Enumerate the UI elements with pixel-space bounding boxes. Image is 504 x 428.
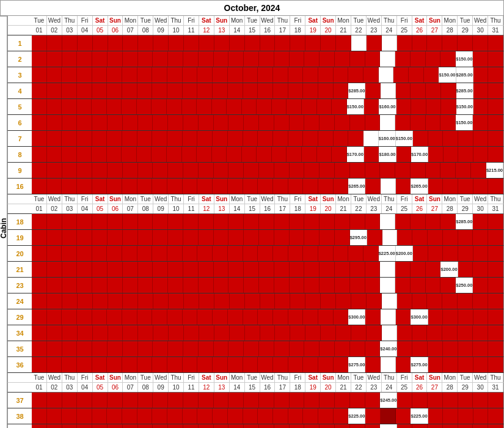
calendar-cell — [92, 341, 108, 356]
calendar-cell — [153, 293, 169, 309]
calendar-cell — [77, 163, 92, 178]
calendar-cell[interactable]: $225.00 — [411, 408, 428, 424]
calendar-cell — [228, 163, 244, 178]
calendar-cell[interactable]: $150.00 — [456, 51, 473, 67]
calendar-cell[interactable]: $150.00 — [456, 99, 473, 114]
calendar-cell[interactable] — [379, 67, 394, 83]
calendar-cell[interactable]: $265.00 — [411, 179, 428, 194]
calendar-cell — [440, 51, 456, 67]
calendar-cell — [456, 163, 471, 178]
calendar-cell — [78, 293, 93, 309]
calendar-cell — [290, 262, 305, 277]
day-number-cell: 27 — [427, 26, 442, 35]
day-name-cell: Fri — [78, 373, 93, 382]
calendar-cell — [335, 115, 350, 130]
calendar-cell — [335, 214, 350, 229]
calendar-cell — [304, 163, 320, 178]
calendar-cell[interactable]: $275.00 — [348, 357, 365, 372]
calendar-cell[interactable]: $225.00 — [348, 408, 365, 424]
calendar-cell[interactable]: $300.00 — [411, 309, 428, 325]
calendar-cell — [123, 51, 138, 67]
cabin-number-label: 19 — [7, 230, 32, 246]
calendar-cell — [304, 262, 320, 277]
calendar-cell[interactable]: $180.00 — [379, 147, 396, 162]
calendar-cell — [169, 293, 184, 309]
calendar-cell[interactable]: $240.00 — [380, 341, 397, 356]
day-name-cell: Mon — [230, 194, 245, 204]
calendar-cell[interactable]: $160.00 — [379, 131, 396, 146]
calendar-cell — [290, 35, 305, 51]
calendar-cell[interactable]: $250.00 — [456, 278, 473, 293]
calendar-cell[interactable]: $200.00 — [396, 246, 413, 261]
calendar-cell[interactable]: $200.00 — [440, 262, 458, 277]
calendar-cell[interactable] — [380, 115, 395, 130]
calendar-cell — [47, 35, 62, 51]
calendar-cell[interactable]: $170.00 — [411, 147, 428, 162]
day-name-cell: Wed — [367, 16, 382, 25]
calendar-cell — [153, 325, 169, 341]
calendar-cell[interactable] — [382, 293, 397, 309]
calendar-cell[interactable]: $300.00 — [348, 309, 365, 325]
calendar-cell[interactable] — [381, 83, 396, 98]
calendar-cell — [260, 325, 276, 341]
calendar-cell[interactable] — [381, 309, 396, 325]
calendar-cell[interactable]: $285.00 — [348, 83, 365, 98]
calendar-cell[interactable] — [380, 51, 395, 67]
calendar-cell — [93, 325, 108, 341]
calendar-cell — [230, 325, 245, 341]
calendar-cell[interactable] — [382, 35, 397, 51]
calendar-cell — [183, 424, 199, 428]
calendar-cell[interactable] — [380, 214, 395, 229]
calendar-cell[interactable]: $285.00 — [456, 67, 473, 83]
calendar-cell[interactable]: $245.00 — [380, 393, 397, 408]
calendar-cell[interactable]: $215.00 — [486, 163, 503, 178]
calendar-cell — [108, 163, 123, 178]
calendar-cell[interactable] — [381, 179, 396, 194]
calendar-cell[interactable]: $150.00 — [456, 115, 473, 130]
calendar-cell[interactable]: $310.00 — [380, 424, 397, 428]
calendar-cell[interactable] — [351, 35, 367, 51]
calendar-cell[interactable] — [363, 131, 379, 146]
calendar-cell — [92, 309, 108, 325]
calendar-cell[interactable]: $160.00 — [379, 99, 396, 114]
calendar-cell — [108, 262, 123, 277]
day-name-cell: Wed — [473, 16, 488, 25]
calendar-cell — [245, 325, 260, 341]
calendar-cell — [273, 83, 288, 98]
day-name-cell: Fri — [78, 194, 93, 204]
calendar-cell — [365, 51, 381, 67]
calendar-cell — [108, 51, 123, 67]
calendar-cell[interactable] — [382, 230, 398, 245]
calendar-cell — [214, 424, 229, 428]
calendar-cell[interactable] — [380, 262, 395, 277]
calendar-cell — [318, 179, 334, 194]
calendar-cell[interactable]: $150.00 — [347, 99, 364, 114]
day-number-cell: 18 — [290, 204, 305, 213]
calendar-cell — [272, 99, 287, 114]
calendar-cell[interactable] — [381, 357, 396, 372]
calendar-cell[interactable]: $265.00 — [348, 179, 365, 194]
calendar-cell — [92, 51, 108, 67]
cabin-number-label: 5 — [7, 99, 32, 115]
day-name-cell: Tue — [138, 194, 153, 204]
calendar-cell[interactable]: $285.00 — [456, 83, 473, 98]
calendar-cell[interactable]: $170.00 — [347, 147, 364, 162]
calendar-cell[interactable]: $150.00 — [396, 131, 413, 146]
calendar-cell — [168, 230, 183, 245]
calendar-cell[interactable]: $150.00 — [439, 67, 456, 83]
cabin-axis-label: Cabin — [0, 16, 7, 428]
calendar-cell — [138, 262, 153, 277]
calendar-cell — [123, 163, 138, 178]
calendar-cell[interactable]: $295.00 — [350, 230, 367, 245]
day-name-cell: Thu — [62, 194, 78, 204]
calendar-cell[interactable]: $285.00 — [456, 214, 473, 229]
calendar-cell — [168, 424, 183, 428]
calendar-cell[interactable]: $225.00 — [379, 246, 396, 261]
calendar-cell[interactable]: $275.00 — [411, 357, 428, 372]
calendar-cell[interactable] — [382, 325, 397, 341]
table-row: 35$240.00 — [7, 341, 504, 357]
calendar-cell — [152, 357, 167, 372]
calendar-cell[interactable] — [380, 278, 395, 293]
calendar-cell — [426, 83, 441, 98]
calendar-cell — [228, 309, 243, 325]
